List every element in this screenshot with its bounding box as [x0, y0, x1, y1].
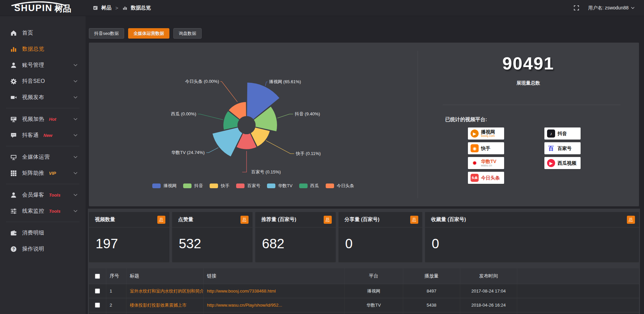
sidebar-item-matrix-boost[interactable]: 矩阵助推VIP	[0, 165, 86, 181]
stat-card-label: 视频数量	[95, 216, 115, 223]
row-platform: 华数TV	[344, 298, 403, 312]
breadcrumb-doc-icon	[93, 5, 98, 10]
stats-section: 视频数量总197点赞量总532推荐量 (百家号)总682分享量 (百家号)总0收…	[88, 209, 640, 314]
chevron-down-icon	[73, 210, 77, 212]
stat-card-value: 0	[432, 236, 439, 251]
row-platform: 播视网	[344, 284, 403, 298]
platform-sub: wasu.cn	[481, 164, 496, 167]
total-impressions-value: 90491	[421, 53, 636, 73]
chevron-down-icon	[73, 172, 77, 174]
pie-label-line-百家号	[242, 151, 247, 172]
row-title-link[interactable]: 楼体投影灯投影效果震撼上市	[126, 298, 204, 312]
sidebar-item-account[interactable]: 账号管理	[0, 57, 86, 73]
row-url-link[interactable]	[204, 312, 344, 314]
legend-item-百家号[interactable]: 百家号	[236, 183, 260, 189]
total-badge: 总	[410, 216, 418, 224]
tab-douyin-seo-data[interactable]: 抖音seo数据	[89, 28, 124, 39]
sliders-icon	[10, 208, 17, 214]
platform-share-rose-chart: 播视网 (65.61%)抖音 (9.40%)快手 (0.11%)百家号 (0.1…	[89, 43, 418, 182]
top-bar: SHUPIN 树品 树品 > 数据总览 用户名: zswodun88	[0, 0, 644, 16]
legend-item-播视网[interactable]: 播视网	[152, 183, 176, 189]
row-title-link[interactable]: 室外水纹灯和室内水纹灯的区别和简介	[126, 284, 204, 298]
sidebar-item-label: 消费明细	[22, 229, 44, 237]
table-row: 3	[89, 312, 639, 314]
sidebar-item-label: 数据总览	[22, 46, 44, 53]
row-index: 1	[106, 284, 126, 298]
sidebar-item-doukezhong[interactable]: 抖客通New	[0, 127, 86, 143]
col-header-time: 发布时间	[460, 268, 517, 284]
platform-logo-icon: ✹	[471, 159, 479, 167]
col-header-link: 链接	[204, 268, 344, 284]
row-time: 2017-08-24 17:04	[460, 284, 517, 298]
stat-card-value: 682	[262, 236, 284, 251]
platform-name: 西瓜视频	[557, 161, 576, 166]
breadcrumb-chart-icon	[122, 5, 127, 10]
row-time: 2018-04-26 16:24	[460, 298, 517, 312]
sidebar-item-label: 首页	[22, 30, 33, 37]
legend-label: 抖音	[194, 183, 203, 189]
fullscreen-icon[interactable]	[574, 5, 579, 11]
app-logo: SHUPIN 树品	[0, 3, 86, 13]
overview-panel: 播视网 (65.61%)抖音 (9.40%)快手 (0.11%)百家号 (0.1…	[89, 43, 639, 206]
legend-label: 百家号	[247, 183, 260, 189]
user-menu[interactable]: 用户名: zswodun88	[588, 5, 635, 11]
platform-name: 播视网	[481, 129, 495, 135]
sidebar-item-label: 抖客通	[22, 132, 39, 139]
sidebar-item-label: 抖音SEO	[22, 78, 45, 85]
stat-card-share-count: 分享量 (百家号)总0	[338, 212, 422, 262]
stat-card-value: 532	[179, 236, 201, 251]
platforms-title: 已统计的视频平台:	[445, 116, 487, 123]
pie-label-华数TV: 华数TV (24.74%)	[171, 150, 205, 155]
legend-item-华数TV[interactable]: 华数TV	[267, 183, 292, 189]
row-url-link[interactable]: http://www.boosj.com/7338468.html	[204, 284, 344, 298]
table-row: 1室外水纹灯和室内水纹灯的区别和简介http://www.boosj.com/7…	[89, 284, 639, 298]
legend-swatch	[326, 184, 334, 188]
total-badge: 总	[157, 216, 165, 224]
tab-inquiry-data[interactable]: 询盘数据	[173, 28, 202, 39]
stat-card-recommend-count: 推荐量 (百家号)总682	[255, 212, 336, 262]
sidebar-divider	[6, 108, 79, 108]
pie-label-line-华数TV	[206, 148, 218, 153]
breadcrumb-root[interactable]: 树品	[101, 5, 111, 11]
sidebar-item-video-heat[interactable]: 视频加热Hot	[0, 111, 86, 127]
table-row: 2楼体投影灯投影效果震撼上市http://www.wasu.cn/Play/sh…	[89, 298, 639, 312]
total-badge: 总	[240, 216, 249, 224]
sidebar-item-data-overview[interactable]: 数据总览	[0, 41, 86, 57]
sidebar-item-douyin-seo[interactable]: 抖音SEO	[0, 73, 86, 89]
sidebar-item-label: 视频加热	[22, 116, 44, 123]
breadcrumb-current: 数据总览	[131, 5, 151, 11]
stat-card-label: 推荐量 (百家号)	[261, 216, 296, 223]
tab-media-ops-data[interactable]: 全媒体运营数据	[128, 28, 169, 39]
home-icon	[10, 30, 17, 36]
stat-card-value: 0	[345, 236, 353, 251]
legend-item-快手[interactable]: 快手	[210, 183, 229, 189]
chevron-down-icon	[73, 134, 77, 137]
panel-divider	[418, 51, 418, 198]
legend-item-西瓜[interactable]: 西瓜	[299, 183, 319, 189]
pie-label-西瓜: 西瓜 (0.00%)	[171, 111, 196, 116]
legend-swatch	[236, 184, 245, 188]
sidebar-item-label: 全媒体运营	[22, 154, 50, 161]
sidebar-item-video-publish[interactable]: 视频发布	[0, 89, 86, 105]
row-checkbox[interactable]	[95, 289, 100, 294]
sidebar-item-media-ops[interactable]: 全媒体运营	[0, 149, 86, 165]
pie-slice-华数TV[interactable]	[212, 127, 243, 157]
legend-swatch	[299, 184, 308, 188]
row-checkbox[interactable]	[95, 303, 100, 308]
breadcrumb-separator: >	[115, 5, 118, 11]
sidebar-item-expense[interactable]: 消费明细	[0, 225, 86, 241]
stat-card-label: 分享量 (百家号)	[344, 216, 379, 223]
legend-label: 快手	[221, 183, 229, 189]
sidebar-item-label: 线索监控	[22, 208, 44, 215]
sidebar-item-home[interactable]: 首页	[0, 25, 86, 41]
row-title-link[interactable]	[126, 312, 204, 314]
sidebar-item-member-leads[interactable]: 会员爆客Tools	[0, 187, 86, 203]
select-all-checkbox[interactable]	[95, 274, 100, 279]
sidebar-item-help[interactable]: ?操作说明	[0, 241, 86, 257]
legend-item-抖音[interactable]: 抖音	[183, 183, 203, 189]
row-url-link[interactable]: http://www.wasu.cn/Play/show/id/952...	[204, 298, 344, 312]
sidebar-item-clue-monitor[interactable]: 线索监控Tools	[0, 203, 86, 219]
legend-item-今日头条[interactable]: 今日头条	[326, 183, 354, 189]
platform-badge-xigua: ▶西瓜视频	[544, 157, 581, 169]
total-badge: 总	[627, 216, 635, 224]
